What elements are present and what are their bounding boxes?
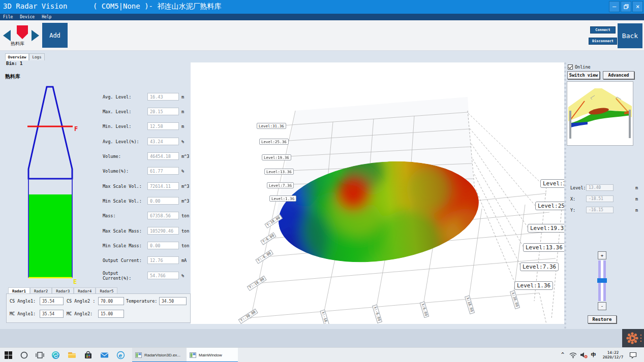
stat-row: Min Scale Vol.:0.00m^3 — [103, 197, 189, 205]
connect-button[interactable]: Connect — [590, 26, 616, 34]
cs-angle2-label: CS Angle2 : — [67, 299, 95, 304]
tab-overview[interactable]: Overview — [5, 53, 29, 60]
bin-shield-label: 熟料库 — [11, 41, 24, 47]
recorder-gear-icon — [622, 329, 644, 348]
cs-angle1-label: CS Angle1: — [10, 299, 36, 304]
minimize-button[interactable]: – — [609, 1, 620, 12]
mail-icon[interactable] — [100, 351, 109, 359]
taskbar-clock[interactable]: 14:22 2020/12/7 — [600, 350, 626, 359]
stat-label: Mass: — [103, 213, 147, 218]
ime-indicator[interactable]: 中 — [591, 351, 596, 358]
taskbar-app-radarvision3d[interactable]: RadarVision3D.ex... — [132, 348, 187, 362]
level-label-left: Level:25.36 — [259, 139, 289, 145]
stat-value[interactable]: 0.00 — [147, 197, 179, 205]
store-icon[interactable] — [84, 351, 93, 359]
stat-value[interactable]: 67358.56 — [147, 212, 179, 219]
stat-value[interactable]: 43.24 — [147, 138, 179, 145]
empty-marker: E — [73, 278, 77, 285]
level-label-left: Level:13.36 — [264, 169, 294, 175]
restore-icon — [624, 4, 629, 9]
online-checkbox[interactable] — [568, 64, 573, 70]
zoom-slider-handle[interactable] — [597, 278, 607, 283]
prev-bin-icon[interactable] — [3, 30, 11, 41]
cursor-y-field[interactable]: -16.15 — [586, 207, 614, 213]
stat-row: Mass:67358.56ton — [103, 212, 189, 219]
zoom-in-button[interactable]: + — [598, 251, 606, 259]
stat-value[interactable]: 61.77 — [147, 167, 179, 175]
cs-angle1-field[interactable]: 35.54 — [40, 297, 64, 305]
cross-section-thumbnail[interactable] — [567, 81, 633, 146]
app-window: 3D Radar Vision ( COM5|None )- 祁连山水泥厂熟料库… — [0, 0, 644, 362]
cs-angle2-field[interactable]: 70.00 — [98, 297, 124, 305]
stat-value[interactable]: 105290.46 — [147, 227, 179, 235]
stat-row: Volume:46454.18m^3 — [103, 152, 189, 160]
menu-file[interactable]: File — [3, 15, 13, 19]
tray-chevron-icon[interactable]: ^ — [561, 352, 564, 357]
file-explorer-icon[interactable] — [68, 351, 76, 359]
level-label-left: Level:19.36 — [262, 154, 291, 160]
stat-unit: m^3 — [181, 199, 189, 204]
window-controls: – × — [609, 1, 643, 12]
notification-icon[interactable] — [629, 352, 637, 358]
menu-help[interactable]: Help — [42, 15, 51, 19]
stat-value[interactable]: 12.76 — [147, 256, 179, 264]
taskbar: e RadarVision3D.ex... MainWindow ^ — [0, 347, 644, 362]
stat-unit: m^3 — [181, 154, 189, 159]
stat-unit: m^3 — [181, 184, 189, 189]
volume-muted-icon[interactable] — [580, 351, 588, 358]
restore-view-button[interactable]: Restore — [588, 315, 617, 323]
mc-angle1-field[interactable]: 35.54 — [40, 310, 64, 318]
stat-label: Avg. Level(%): — [103, 139, 147, 144]
cursor-x-unit: m — [635, 196, 638, 202]
disconnect-button[interactable]: Disconnect — [589, 38, 617, 45]
stat-value[interactable]: 46454.18 — [147, 152, 179, 160]
cross-section-view — [567, 82, 633, 145]
stat-label: Avg. Level: — [103, 94, 147, 100]
search-icon[interactable] — [20, 351, 28, 359]
stat-value[interactable]: 12.58 — [147, 122, 179, 130]
stat-unit: m — [181, 109, 184, 114]
stat-row: Max Scale Mass:105290.46ton — [103, 227, 189, 235]
toolbar — [0, 20, 644, 51]
mc-angle2-field[interactable]: 15.00 — [98, 310, 124, 318]
taskbar-app-label: RadarVision3D.ex... — [144, 353, 180, 357]
stat-value[interactable]: 54.766 — [147, 272, 179, 279]
switch-view-button[interactable]: Switch view — [567, 71, 600, 79]
cursor-x-field[interactable]: -18.51 — [586, 195, 614, 202]
close-button[interactable]: × — [632, 1, 643, 12]
stat-value[interactable]: 20.15 — [147, 108, 179, 115]
stat-label: Max. Level: — [103, 109, 147, 114]
stat-value[interactable]: 16.43 — [147, 93, 179, 101]
stat-value[interactable]: 72614.11 — [147, 182, 179, 190]
taskbar-app-mainwindow[interactable]: MainWindow — [187, 348, 238, 362]
stat-label: Output Current(%): — [103, 271, 147, 281]
restore-button[interactable] — [621, 1, 631, 12]
online-label: Online — [575, 64, 591, 70]
level-label-left: Level:31.36 — [257, 123, 286, 129]
back-button[interactable]: Back — [618, 23, 642, 48]
cursor-level-field[interactable]: 13.40 — [586, 184, 614, 191]
svg-text:e: e — [119, 352, 122, 359]
plot-3d-canvas[interactable]: Level:31.36 Level:25.36 Level:19.36 Leve… — [191, 62, 564, 324]
screen-recorder-widget[interactable] — [622, 329, 644, 348]
advanced-button[interactable]: Advanced — [603, 71, 634, 79]
internet-explorer-icon[interactable]: e — [116, 351, 125, 359]
stat-unit: % — [181, 169, 184, 174]
wifi-icon[interactable] — [569, 352, 577, 358]
titlebar: 3D Radar Vision ( COM5|None )- 祁连山水泥厂熟料库… — [0, 0, 644, 14]
start-button-icon[interactable] — [4, 351, 13, 359]
temperature-field[interactable]: 34.50 — [159, 297, 187, 305]
window-title: 3D Radar Vision ( COM5|None )- 祁连山水泥厂熟料库 — [3, 2, 221, 11]
menu-device[interactable]: Device — [20, 15, 35, 19]
zoom-out-button[interactable]: - — [598, 302, 606, 310]
next-bin-icon[interactable] — [32, 30, 39, 41]
tab-logs[interactable]: Logs — [29, 53, 45, 60]
add-button[interactable]: Add — [42, 23, 68, 48]
stat-label: Min Scale Mass: — [103, 243, 147, 248]
edge-browser-icon[interactable] — [51, 351, 60, 359]
app-window-icon — [135, 352, 142, 358]
stat-unit: % — [181, 139, 184, 144]
task-view-icon[interactable] — [36, 351, 44, 359]
stat-value[interactable]: 0.00 — [147, 242, 179, 249]
stat-row: Max. Level:20.15m — [103, 108, 184, 115]
